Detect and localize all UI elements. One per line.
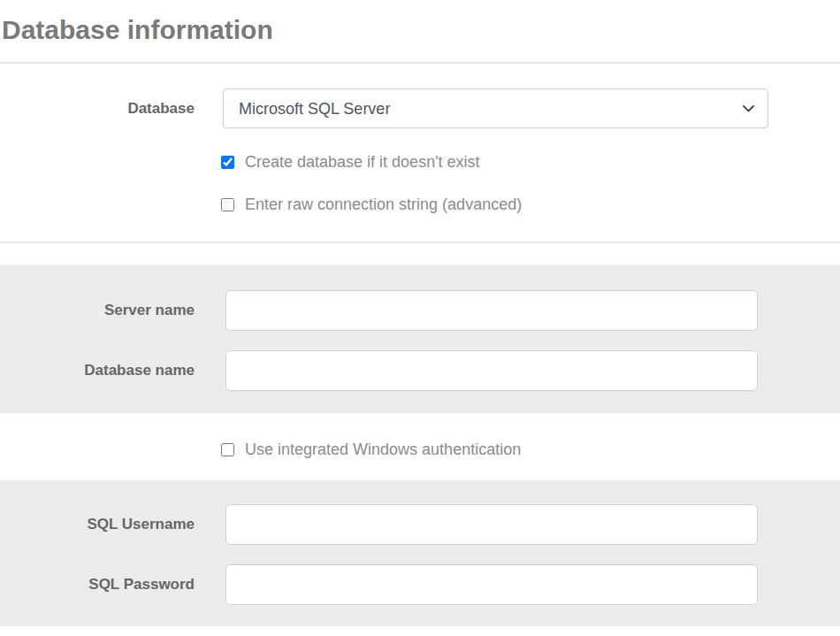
server-name-input[interactable]: [225, 290, 758, 331]
database-label: Database: [0, 100, 195, 118]
sql-username-row: SQL Username: [0, 504, 840, 545]
database-select[interactable]: Microsoft SQL Server: [223, 88, 768, 128]
sql-password-input[interactable]: [225, 564, 758, 605]
title-divider: [0, 62, 840, 64]
sql-username-input[interactable]: [225, 504, 758, 545]
page-title: Database information: [0, 0, 840, 48]
windows-auth-checkbox-row[interactable]: Use integrated Windows authentication: [221, 440, 521, 459]
server-name-row: Server name: [0, 290, 840, 331]
create-db-checkbox-label: Create database if it doesn't exist: [245, 152, 480, 172]
raw-connection-checkbox-row[interactable]: Enter raw connection string (advanced): [221, 195, 522, 214]
server-name-label: Server name: [0, 302, 195, 319]
database-name-input[interactable]: [225, 350, 758, 391]
database-row: Database Microsoft SQL Server: [0, 88, 840, 128]
sql-credentials-section: SQL Username SQL Password: [0, 480, 840, 626]
create-db-checkbox-row[interactable]: Create database if it doesn't exist: [221, 152, 480, 172]
database-select-wrap: Microsoft SQL Server: [223, 88, 768, 128]
database-name-label: Database name: [0, 362, 195, 379]
sql-password-row: SQL Password: [0, 564, 840, 605]
section-divider: [0, 241, 840, 243]
database-information-page: Database information Database Microsoft …: [0, 0, 840, 636]
windows-auth-checkbox-label: Use integrated Windows authentication: [245, 440, 521, 459]
sql-username-label: SQL Username: [0, 516, 195, 533]
raw-connection-checkbox[interactable]: [221, 198, 234, 211]
create-db-checkbox[interactable]: [221, 156, 234, 169]
raw-connection-checkbox-label: Enter raw connection string (advanced): [245, 195, 522, 214]
server-section: Server name Database name: [0, 264, 840, 413]
sql-password-label: SQL Password: [0, 576, 195, 594]
windows-auth-checkbox[interactable]: [221, 443, 234, 456]
database-name-row: Database name: [0, 350, 840, 391]
